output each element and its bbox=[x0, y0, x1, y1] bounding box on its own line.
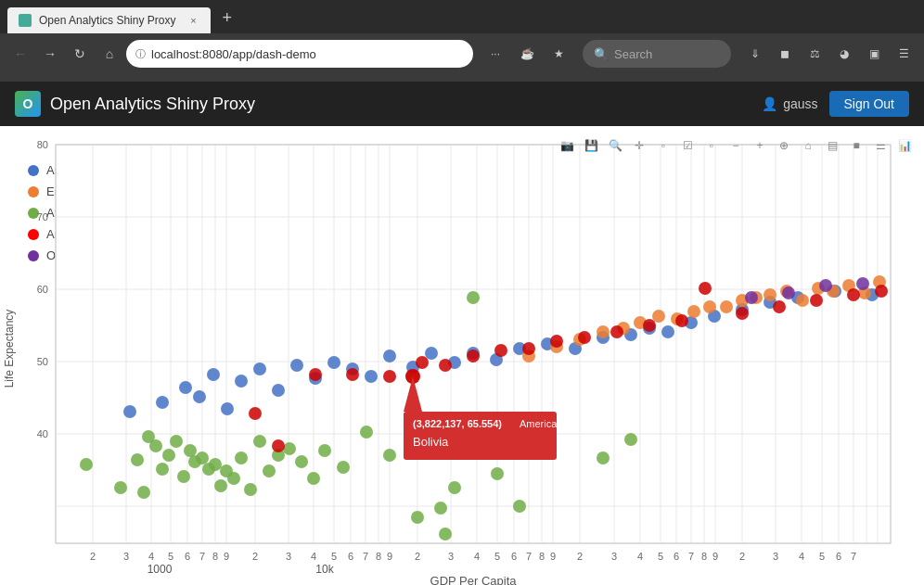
hover-compare-icon[interactable]: ⚌ bbox=[870, 135, 891, 156]
browser-tab[interactable]: Open Analytics Shiny Proxy × bbox=[7, 7, 211, 33]
svg-point-181 bbox=[764, 288, 776, 301]
user-icon: 👤 bbox=[762, 96, 777, 111]
svg-point-124 bbox=[383, 449, 396, 462]
svg-point-96 bbox=[114, 481, 127, 494]
svg-text:50: 50 bbox=[37, 356, 48, 367]
reload-button[interactable]: ↻ bbox=[67, 41, 93, 67]
svg-point-143 bbox=[290, 359, 303, 372]
extensions-button[interactable]: ⚖ bbox=[802, 41, 828, 67]
download-button[interactable]: ⇓ bbox=[742, 41, 768, 67]
svg-point-191 bbox=[309, 368, 322, 381]
menu-button[interactable]: ☰ bbox=[891, 41, 917, 67]
svg-point-125 bbox=[411, 511, 424, 524]
add-trace-icon[interactable]: ✛ bbox=[629, 135, 649, 156]
chart-svg[interactable]: 80 70 60 50 40 Life Expectancy 2 3 4 5 6… bbox=[0, 126, 924, 585]
home-button[interactable]: ⌂ bbox=[96, 41, 122, 67]
svg-point-131 bbox=[439, 528, 452, 540]
svg-text:4: 4 bbox=[148, 551, 154, 562]
spike-lines-icon[interactable]: ▤ bbox=[822, 135, 842, 156]
autoscale-icon[interactable]: ⊕ bbox=[774, 135, 794, 156]
svg-point-212 bbox=[782, 286, 795, 299]
svg-text:2: 2 bbox=[90, 551, 96, 562]
save-icon[interactable]: 💾 bbox=[581, 135, 601, 156]
firefox-button[interactable]: ◕ bbox=[831, 41, 857, 67]
reader-button[interactable]: ▣ bbox=[861, 41, 887, 67]
zoom-out-icon[interactable]: − bbox=[725, 135, 746, 156]
forward-button[interactable]: → bbox=[37, 41, 63, 67]
svg-text:2: 2 bbox=[252, 551, 258, 562]
svg-point-129 bbox=[491, 467, 504, 480]
svg-point-203 bbox=[643, 319, 656, 332]
svg-text:3: 3 bbox=[286, 551, 291, 562]
pocket-button[interactable]: ☕ bbox=[514, 41, 540, 67]
svg-text:70: 70 bbox=[37, 211, 48, 223]
svg-point-211 bbox=[745, 291, 758, 304]
search-placeholder: Search bbox=[614, 47, 652, 61]
svg-point-127 bbox=[448, 481, 461, 494]
reset-icon[interactable]: ⌂ bbox=[798, 135, 818, 156]
svg-point-102 bbox=[162, 449, 175, 462]
svg-text:7: 7 bbox=[199, 551, 205, 562]
bookmark-button[interactable]: ★ bbox=[545, 41, 571, 67]
svg-point-193 bbox=[383, 370, 396, 383]
svg-point-105 bbox=[184, 444, 197, 457]
app-header: O Open Analytics Shiny Proxy 👤 gauss Sig… bbox=[0, 82, 924, 126]
svg-point-208 bbox=[810, 294, 823, 307]
tab-close-button[interactable]: × bbox=[186, 14, 199, 27]
svg-point-202 bbox=[610, 325, 623, 338]
svg-point-126 bbox=[434, 502, 447, 515]
hover-closest-icon[interactable]: ■ bbox=[846, 135, 866, 156]
svg-point-135 bbox=[156, 396, 169, 409]
svg-text:4: 4 bbox=[474, 551, 480, 562]
svg-text:2: 2 bbox=[577, 551, 583, 562]
library-button[interactable]: ◼ bbox=[772, 41, 798, 67]
svg-point-112 bbox=[227, 472, 240, 485]
svg-point-171 bbox=[597, 325, 610, 338]
back-button[interactable]: ← bbox=[7, 41, 33, 67]
svg-point-132 bbox=[597, 451, 610, 464]
search-bar[interactable]: 🔍 Search bbox=[583, 40, 731, 68]
camera-icon[interactable]: 📷 bbox=[557, 135, 577, 156]
svg-text:2: 2 bbox=[415, 551, 420, 562]
select-box-icon[interactable]: ▫ bbox=[653, 135, 674, 156]
more-button[interactable]: ··· bbox=[482, 41, 508, 67]
draw-icon[interactable]: ▫ bbox=[701, 135, 722, 156]
svg-text:8: 8 bbox=[701, 551, 707, 562]
brand-icon: O bbox=[15, 91, 41, 117]
svg-text:5: 5 bbox=[658, 551, 663, 562]
svg-text:GDP Per Capita: GDP Per Capita bbox=[430, 574, 518, 585]
chart-container: 📷 💾 🔍 ✛ ▫ ☑ ▫ − + ⊕ ⌂ ▤ ■ ⚌ 📊 Asia Europ… bbox=[0, 126, 924, 585]
svg-text:(3,822,137, 65.554): (3,822,137, 65.554) bbox=[413, 418, 502, 429]
zoom-icon[interactable]: 🔍 bbox=[605, 135, 625, 156]
chart-toolbar: 📷 💾 🔍 ✛ ▫ ☑ ▫ − + ⊕ ⌂ ▤ ■ ⚌ 📊 bbox=[557, 135, 915, 156]
lasso-icon[interactable]: ☑ bbox=[677, 135, 698, 156]
svg-text:2: 2 bbox=[739, 551, 745, 562]
bar-chart-icon[interactable]: 📊 bbox=[894, 135, 915, 156]
address-bar[interactable]: ⓘ localhost:8080/app/dash-demo bbox=[126, 40, 473, 68]
zoom-in-icon[interactable]: + bbox=[750, 135, 770, 156]
svg-text:3: 3 bbox=[123, 551, 129, 562]
app-title: Open Analytics Shiny Proxy bbox=[50, 95, 255, 114]
svg-text:4: 4 bbox=[637, 551, 643, 562]
svg-text:60: 60 bbox=[37, 284, 48, 295]
svg-point-103 bbox=[170, 435, 183, 448]
user-info: 👤 gauss bbox=[762, 96, 817, 111]
tab-title: Open Analytics Shiny Proxy bbox=[39, 14, 175, 27]
svg-point-109 bbox=[209, 458, 222, 471]
secure-icon: ⓘ bbox=[135, 47, 146, 61]
sign-out-button[interactable]: Sign Out bbox=[829, 91, 909, 117]
svg-point-209 bbox=[847, 288, 860, 301]
svg-text:Americas: Americas bbox=[520, 418, 562, 429]
svg-point-177 bbox=[703, 300, 716, 313]
svg-text:7: 7 bbox=[363, 551, 368, 562]
new-tab-button[interactable]: + bbox=[214, 5, 239, 32]
svg-text:1000: 1000 bbox=[148, 563, 173, 576]
svg-point-130 bbox=[513, 500, 526, 513]
nav-extras: ··· ☕ ★ bbox=[482, 41, 571, 67]
svg-point-178 bbox=[720, 300, 733, 313]
svg-point-150 bbox=[425, 347, 438, 360]
svg-point-110 bbox=[214, 479, 227, 492]
svg-text:3: 3 bbox=[448, 551, 454, 562]
svg-text:10k: 10k bbox=[315, 563, 334, 576]
svg-text:9: 9 bbox=[712, 551, 718, 562]
